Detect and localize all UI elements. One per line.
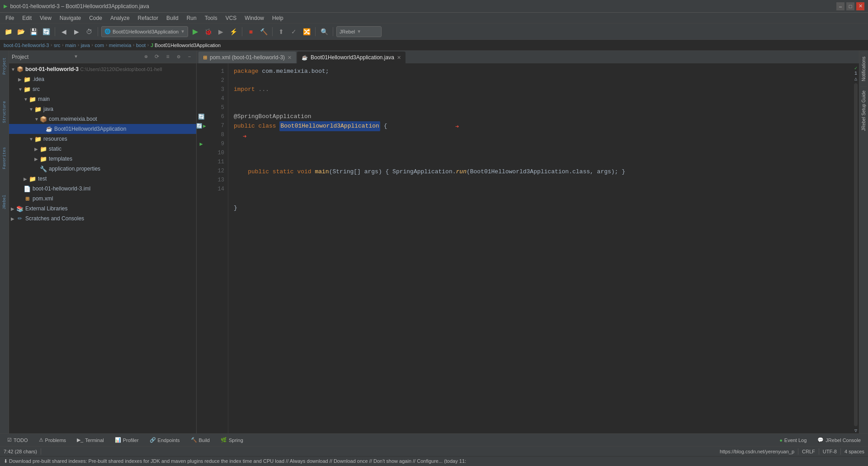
bc-meimeixia[interactable]: meimeixia — [109, 43, 132, 48]
tab-build[interactable]: 🔨 Build — [186, 435, 214, 445]
search-everywhere-icon[interactable]: 🔍 — [319, 26, 330, 37]
open-icon[interactable]: 📂 — [15, 26, 26, 37]
sync-icon[interactable]: 🔄 — [41, 26, 52, 37]
tree-main[interactable]: ▼ 📁 main — [9, 94, 196, 104]
tab-terminal[interactable]: ▶_ Terminal — [72, 435, 108, 445]
run-button[interactable]: ▶ — [190, 26, 201, 37]
back-icon[interactable]: ◀ — [58, 26, 69, 37]
tab-jrebel-console[interactable]: 💬 JRebel Console — [813, 435, 865, 445]
maximize-button[interactable]: □ — [846, 2, 854, 10]
tree-iml[interactable]: ▶ 📄 boot-01-helloworld-3.iml — [9, 184, 196, 194]
run-gutter-6[interactable]: 🔄 — [197, 112, 206, 121]
bc-main[interactable]: main — [65, 43, 76, 48]
project-panel-header: Project ▼ ⊕ ⟳ ≡ ⚙ – — [9, 51, 196, 63]
event-log-icon: ● — [779, 437, 783, 443]
bc-java[interactable]: java — [81, 43, 90, 48]
stop-button[interactable]: ■ — [245, 26, 256, 37]
menu-analyze[interactable]: Analyze — [107, 14, 133, 22]
vcs-update-icon[interactable]: ⬆ — [276, 26, 287, 37]
tab-spring[interactable]: 🌿 Spring — [216, 435, 248, 445]
run-gutter-7[interactable]: 🔄 ▶ — [197, 121, 206, 130]
debug-button[interactable]: 🐞 — [203, 26, 213, 37]
bc-boot[interactable]: boot — [136, 43, 146, 48]
title-bar-controls[interactable]: – □ ✕ — [836, 2, 864, 10]
menu-build[interactable]: Build — [163, 14, 182, 22]
minimize-button[interactable]: – — [836, 2, 844, 10]
tree-test[interactable]: ▶ 📁 test — [9, 174, 196, 184]
tree-root[interactable]: ▼ 📦 boot-01-helloworld-3 C:\Users\32120\… — [9, 64, 196, 74]
sidebar-favorites-icon[interactable]: Favorites — [0, 145, 9, 172]
src-folder-icon: 📁 — [24, 86, 31, 93]
menu-code[interactable]: Code — [85, 14, 106, 22]
profile-icon[interactable]: ⚡ — [228, 26, 239, 37]
main-area: Project Structure Favorites JRebel Proje… — [0, 51, 868, 433]
static-folder-icon: 📁 — [40, 145, 47, 152]
new-project-icon[interactable]: 📁 — [3, 26, 14, 37]
tree-templates[interactable]: ▶ 📁 templates — [9, 154, 196, 164]
jrebel-dropdown[interactable]: JRebel ▼ — [336, 26, 382, 37]
tree-app-props[interactable]: ▶ 🔧 application.properties — [9, 164, 196, 174]
status-encoding[interactable]: UTF-8 — [823, 449, 837, 454]
tab-todo[interactable]: ☑ TODO — [3, 435, 33, 445]
panel-collapse-icon[interactable]: ≡ — [164, 53, 172, 61]
editor-scrollbar[interactable]: ✓ 1 △ ▽ — [853, 63, 859, 433]
run-gutter-9[interactable]: ▶ — [197, 139, 206, 148]
menu-window[interactable]: Window — [241, 14, 268, 22]
tree-src[interactable]: ▼ 📁 src — [9, 84, 196, 94]
close-button[interactable]: ✕ — [856, 2, 864, 10]
tree-ext-libs[interactable]: ▶ 📚 External Libraries — [9, 204, 196, 214]
vcs-icon[interactable]: 🔀 — [301, 26, 312, 37]
menu-navigate[interactable]: Navigate — [56, 14, 85, 22]
tree-package[interactable]: ▼ 📦 com.meimeixia.boot — [9, 114, 196, 124]
status-indent[interactable]: 4 spaces — [844, 449, 864, 454]
tab-endpoints[interactable]: 🔗 Endpoints — [145, 435, 184, 445]
menu-help[interactable]: Help — [269, 14, 287, 22]
sidebar-structure-icon[interactable]: Structure — [0, 99, 9, 126]
tree-resources[interactable]: ▼ 📁 resources — [9, 134, 196, 144]
pom-tab-close[interactable]: ✕ — [288, 55, 292, 61]
save-all-icon[interactable]: 💾 — [28, 26, 39, 37]
status-line-sep[interactable]: CRLF — [802, 449, 815, 454]
tree-pom[interactable]: ▶ ⊞ pom.xml — [9, 194, 196, 204]
bc-root[interactable]: boot-01-helloworld-3 — [4, 43, 49, 48]
tab-profiler[interactable]: 📊 Profiler — [110, 435, 143, 445]
tree-main-class[interactable]: ▶ ☕ Boot01Helloworld3Application — [9, 124, 196, 134]
notifications-panel-tab[interactable]: Notifications — [860, 52, 867, 85]
ext-libs-icon: 📚 — [16, 205, 24, 212]
panel-scroll-icon[interactable]: ⟳ — [153, 53, 161, 61]
tree-static[interactable]: ▶ 📁 static — [9, 144, 196, 154]
forward-icon[interactable]: ▶ — [71, 26, 82, 37]
bc-src[interactable]: src — [54, 43, 61, 48]
menu-run[interactable]: Run — [183, 14, 200, 22]
tab-main-java[interactable]: ☕ Boot01Helloworld3Application.java ✕ — [297, 52, 406, 63]
tree-idea[interactable]: ▶ 📁 .idea — [9, 74, 196, 84]
bc-com[interactable]: com — [94, 43, 104, 48]
tab-problems[interactable]: ⚠ Problems — [34, 435, 71, 445]
tab-pom-xml[interactable]: ⊞ pom.xml (boot-01-helloworld-3) ✕ — [198, 52, 296, 63]
right-sidebar: Notifications JRebel Setup Guide — [859, 51, 868, 433]
tree-scratches[interactable]: ▶ ✏ Scratches and Consoles — [9, 214, 196, 223]
run-config-dropdown[interactable]: 🌐 Boot01Helloworld3Application ▼ — [101, 26, 188, 37]
menu-edit[interactable]: Edit — [19, 14, 35, 22]
panel-settings-icon[interactable]: ⚙ — [175, 53, 183, 61]
tree-java[interactable]: ▼ 📁 java — [9, 104, 196, 114]
menu-refactor[interactable]: Refactor — [134, 14, 162, 22]
vcs-commit-icon[interactable]: ✓ — [288, 26, 299, 37]
panel-minimize-icon[interactable]: – — [185, 53, 193, 61]
menu-vcs[interactable]: VCS — [222, 14, 241, 22]
menu-view[interactable]: View — [36, 14, 55, 22]
spring-icon: 🌿 — [221, 437, 227, 443]
status-url[interactable]: https://blog.csdn.net/yerenyuan_p — [720, 449, 794, 454]
menu-tools[interactable]: Tools — [201, 14, 221, 22]
menu-file[interactable]: File — [2, 14, 18, 22]
panel-scope-icon[interactable]: ⊕ — [142, 53, 150, 61]
tab-event-log[interactable]: ● Event Log — [775, 435, 811, 445]
sidebar-project-icon[interactable]: Project — [0, 52, 9, 80]
recent-files-icon[interactable]: ⏱ — [84, 26, 94, 37]
jrebel-setup-tab[interactable]: JRebel Setup Guide — [860, 86, 867, 135]
code-content[interactable]: package com.meimeixia.boot; import ... @… — [228, 63, 853, 433]
sidebar-jrebel-icon[interactable]: JRebel — [0, 191, 9, 214]
build-icon[interactable]: 🔨 — [258, 26, 269, 37]
main-java-tab-close[interactable]: ✕ — [397, 55, 401, 61]
run-with-coverage-icon[interactable]: ▶ — [215, 26, 226, 37]
